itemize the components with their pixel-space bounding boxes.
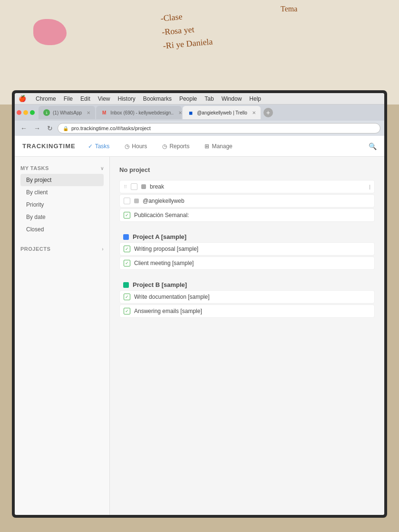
mac-menubar: 🍎 Chrome File Edit View History Bookmark… <box>15 93 384 104</box>
menu-help[interactable]: Help <box>249 95 261 102</box>
apple-menu[interactable]: 🍎 <box>19 95 26 102</box>
tab-bar: 1 (1) WhatsApp ✕ M Inbox (690) - kellywe… <box>15 104 384 121</box>
sidebar-item-closed[interactable]: Closed <box>20 223 104 236</box>
task-row[interactable]: @angiekellyweb <box>119 194 375 208</box>
reports-clock-icon: ◷ <box>162 143 167 150</box>
no-project-header: No project <box>119 164 375 175</box>
menu-chrome[interactable]: Chrome <box>36 95 56 102</box>
task-content: No project ⠿ break | <box>110 157 384 515</box>
nav-tasks[interactable]: ✓ Tasks <box>85 141 113 152</box>
screen: 🍎 Chrome File Edit View History Bookmark… <box>15 93 384 515</box>
task-row[interactable]: ⠿ break | <box>119 180 375 193</box>
search-icon[interactable]: 🔍 <box>369 142 377 150</box>
app-content: TRACKINGTIME ✓ Tasks ◷ Hours ◷ Reports ⊞… <box>15 136 384 515</box>
nav-hours[interactable]: ◷ Hours <box>122 141 150 152</box>
menu-history[interactable]: History <box>118 95 136 102</box>
close-window-btn[interactable] <box>17 110 21 115</box>
gmail-favicon: M <box>101 109 107 116</box>
cursor-indicator: | <box>369 184 370 190</box>
task-label: Client meeting [sample] <box>134 260 370 266</box>
handwriting-notes: -Clase-Rosa yet-Ri ye Daniela <box>160 8 213 53</box>
project-b-section: Project B [sample] ✓ Write documentation… <box>119 277 375 318</box>
handwriting-tema: Tema <box>281 5 297 13</box>
app-nav: TRACKINGTIME ✓ Tasks ◷ Hours ◷ Reports ⊞… <box>15 136 384 157</box>
task-row[interactable]: ✓ Write documentation [sample] <box>119 290 375 304</box>
lock-icon: 🔒 <box>63 126 68 131</box>
task-checkbox[interactable]: ✓ <box>124 212 130 218</box>
my-tasks-header[interactable]: MY TASKS ∨ <box>20 162 104 174</box>
manage-grid-icon: ⊞ <box>204 143 209 150</box>
tab-gmail[interactable]: M Inbox (690) - kellywebdesign.. ✕ <box>96 106 182 119</box>
nav-reports-label: Reports <box>169 143 189 150</box>
sidebar: MY TASKS ∨ By project By client Priority… <box>15 157 110 515</box>
projects-header[interactable]: PROJECTS › <box>20 243 104 255</box>
project-b-color <box>123 282 129 288</box>
task-label: Publicación Semanal: <box>134 212 370 218</box>
no-project-section: No project ⠿ break | <box>119 164 375 222</box>
task-label: Write documentation [sample] <box>134 294 370 300</box>
tab-whatsapp[interactable]: 1 (1) WhatsApp ✕ <box>39 106 95 119</box>
projects-expand-icon: › <box>102 247 104 252</box>
sidebar-item-priority[interactable]: Priority <box>20 199 104 211</box>
sidebar-item-by-client[interactable]: By client <box>20 186 104 199</box>
task-checkbox[interactable]: ✓ <box>124 294 130 300</box>
projects-section: PROJECTS › <box>15 243 109 255</box>
my-tasks-section: MY TASKS ∨ By project By client Priority… <box>15 162 109 236</box>
forward-btn[interactable]: → <box>32 124 42 133</box>
hours-clock-icon: ◷ <box>125 143 129 150</box>
project-a-name: Project A [sample] <box>133 233 186 240</box>
new-tab-btn[interactable]: + <box>263 108 273 117</box>
address-text: pro.trackingtime.co/#/tasks/project <box>71 125 151 131</box>
address-bar-row: ← → ↻ 🔒 pro.trackingtime.co/#/tasks/proj… <box>15 121 384 136</box>
back-btn[interactable]: ← <box>19 124 29 133</box>
my-tasks-arrow: ∨ <box>100 166 104 171</box>
whatsapp-badge: 1 <box>43 109 50 116</box>
task-row[interactable]: ✓ Writing proposal [sample] <box>119 242 375 256</box>
project-a-section: Project A [sample] ✓ Writing proposal [s… <box>119 229 375 270</box>
task-checkbox[interactable]: ✓ <box>124 260 130 266</box>
nav-tasks-label: Tasks <box>95 143 110 150</box>
nav-manage[interactable]: ⊞ Manage <box>202 141 235 152</box>
menu-view[interactable]: View <box>98 95 110 102</box>
task-color-dot <box>134 199 139 203</box>
address-bar[interactable]: 🔒 pro.trackingtime.co/#/tasks/project <box>58 123 380 133</box>
task-label: break <box>150 183 365 190</box>
menu-edit[interactable]: Edit <box>80 95 90 102</box>
tab-trello-label: @angiekellyweb | Trello <box>197 110 247 115</box>
task-row[interactable]: ✓ Publicación Semanal: <box>119 209 375 222</box>
nav-hours-label: Hours <box>132 143 147 150</box>
tab-close-trello[interactable]: ✕ <box>252 110 256 115</box>
my-tasks-label: MY TASKS <box>20 165 49 171</box>
menu-people[interactable]: People <box>179 95 197 102</box>
task-checkbox[interactable]: ✓ <box>124 308 130 314</box>
nav-reports[interactable]: ◷ Reports <box>159 141 192 152</box>
task-checkbox[interactable] <box>131 183 137 190</box>
minimize-window-btn[interactable] <box>23 110 28 115</box>
task-row[interactable]: ✓ Answering emails [sample] <box>119 304 375 318</box>
project-a-header[interactable]: Project A [sample] <box>119 229 375 242</box>
tab-whatsapp-label: (1) WhatsApp <box>53 110 82 115</box>
tasks-check-icon: ✓ <box>88 143 93 150</box>
task-checkbox[interactable] <box>124 198 130 204</box>
task-label: Answering emails [sample] <box>134 308 370 314</box>
task-row[interactable]: ✓ Client meeting [sample] <box>119 256 375 270</box>
task-color-dot <box>141 184 146 189</box>
nav-manage-label: Manage <box>212 143 232 150</box>
menu-bookmarks[interactable]: Bookmarks <box>143 95 172 102</box>
sidebar-item-by-project[interactable]: By project <box>20 174 104 186</box>
menu-tab[interactable]: Tab <box>204 95 214 102</box>
project-b-name: Project B [sample] <box>133 281 187 288</box>
trello-favicon: ◼ <box>187 109 194 116</box>
task-label: @angiekellyweb <box>143 198 370 204</box>
menu-file[interactable]: File <box>64 95 73 102</box>
browser-chrome: 1 (1) WhatsApp ✕ M Inbox (690) - kellywe… <box>15 104 384 136</box>
task-checkbox[interactable]: ✓ <box>124 246 130 252</box>
menu-window[interactable]: Window <box>222 95 242 102</box>
tab-trello[interactable]: ◼ @angiekellyweb | Trello ✕ <box>183 106 261 119</box>
project-b-header[interactable]: Project B [sample] <box>119 277 375 290</box>
refresh-btn[interactable]: ↻ <box>45 124 55 133</box>
maximize-window-btn[interactable] <box>30 110 35 115</box>
tab-close-whatsapp[interactable]: ✕ <box>87 110 90 115</box>
sidebar-item-by-date[interactable]: By date <box>20 211 104 223</box>
tab-close-gmail[interactable]: ✕ <box>178 110 182 115</box>
